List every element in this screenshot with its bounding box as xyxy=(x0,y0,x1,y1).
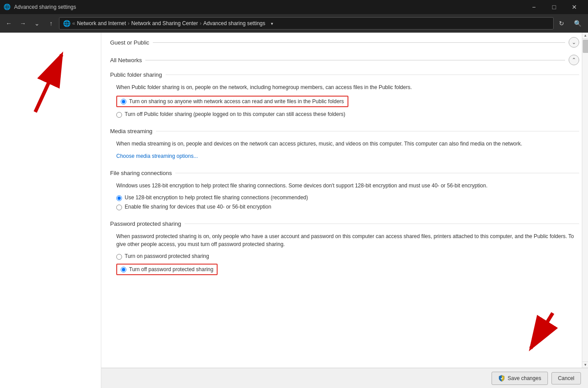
main-window: Guest or Public ⌄ All Networks ⌃ Public … xyxy=(0,33,588,388)
public-folder-section: Public folder sharing When Public folder… xyxy=(110,68,579,119)
all-networks-toggle[interactable]: ⌃ xyxy=(569,55,579,65)
maximize-button[interactable]: □ xyxy=(544,0,564,14)
file-sharing-title: File sharing connections xyxy=(110,170,172,176)
password-sharing-option2-label[interactable]: Turn off password protected sharing xyxy=(116,264,218,275)
breadcrumb-separator1: « xyxy=(72,20,75,26)
shield-icon xyxy=(498,375,505,382)
file-sharing-option1-text: Use 128-bit encryption to help protect f… xyxy=(125,194,308,201)
title-bar-left: 🌐 Advanced sharing settings xyxy=(4,4,76,11)
scrollbar-up-arrow[interactable]: ▲ xyxy=(582,33,588,39)
password-sharing-option1-row[interactable]: Turn on password protected sharing xyxy=(110,252,579,261)
globe-icon: 🌐 xyxy=(63,20,70,27)
public-folder-option2-text: Turn off Public folder sharing (people l… xyxy=(125,111,345,117)
back-button[interactable]: ← xyxy=(3,17,15,30)
forward-button[interactable]: → xyxy=(17,17,29,30)
guest-public-section-header: Guest or Public ⌄ xyxy=(110,33,579,50)
save-changes-button[interactable]: Save changes xyxy=(492,372,548,385)
refresh-button[interactable]: ↻ xyxy=(555,17,568,30)
title-bar: 🌐 Advanced sharing settings − □ ✕ xyxy=(0,0,588,14)
address-bar: ← → ⌄ ↑ 🌐 « Network and Internet › Netwo… xyxy=(0,14,588,33)
password-sharing-option1-text: Turn on password protected sharing xyxy=(125,253,209,259)
search-button[interactable]: 🔍 xyxy=(570,17,585,30)
media-streaming-title: Media streaming xyxy=(110,128,152,134)
file-sharing-radio1[interactable] xyxy=(116,195,122,201)
file-sharing-description: Windows uses 128-bit encryption to help … xyxy=(110,182,579,190)
file-sharing-option1-row[interactable]: Use 128-bit encryption to help protect f… xyxy=(110,193,579,202)
public-folder-title-row: Public folder sharing xyxy=(110,68,579,80)
file-sharing-option2-text: Enable file sharing for devices that use… xyxy=(125,204,271,210)
left-panel xyxy=(0,33,101,388)
annotation-arrow-up xyxy=(9,41,79,121)
password-sharing-description: When password protected sharing is on, o… xyxy=(110,232,579,248)
guest-public-label: Guest or Public xyxy=(110,39,149,46)
window-title: Advanced sharing settings xyxy=(14,4,76,10)
password-sharing-radio2[interactable] xyxy=(121,267,126,272)
address-input[interactable]: 🌐 « Network and Internet › Network and S… xyxy=(59,17,554,30)
breadcrumb-item-3[interactable]: Advanced sharing settings xyxy=(203,20,266,26)
breadcrumb-sep-2: › xyxy=(200,20,202,26)
address-dropdown-button[interactable]: ▾ xyxy=(267,17,277,30)
media-streaming-section: Media streaming When media streaming is … xyxy=(110,124,579,161)
all-networks-line xyxy=(145,60,565,60)
public-folder-title-line xyxy=(166,75,579,75)
guest-public-line xyxy=(153,42,565,43)
file-sharing-radio2[interactable] xyxy=(116,205,122,210)
save-changes-label: Save changes xyxy=(508,375,541,381)
guest-public-toggle[interactable]: ⌄ xyxy=(569,37,579,48)
breadcrumb-item-1[interactable]: Network and Internet xyxy=(77,20,126,26)
media-streaming-link[interactable]: Choose media streaming options... xyxy=(110,153,198,159)
file-sharing-section: File sharing connections Windows uses 12… xyxy=(110,166,579,212)
all-networks-label: All Networks xyxy=(110,57,142,63)
app-icon: 🌐 xyxy=(4,4,11,11)
public-folder-title: Public folder sharing xyxy=(110,71,162,78)
content-scroll: Guest or Public ⌄ All Networks ⌃ Public … xyxy=(101,33,588,313)
up-button[interactable]: ↑ xyxy=(45,17,57,30)
breadcrumb-item-2[interactable]: Network and Sharing Center xyxy=(131,20,198,26)
recent-button[interactable]: ⌄ xyxy=(31,17,43,30)
bottom-bar: Save changes Cancel xyxy=(101,368,588,388)
password-sharing-radio1[interactable] xyxy=(116,254,122,260)
window-controls: − □ ✕ xyxy=(524,0,584,14)
scrollbar-down-arrow[interactable]: ▼ xyxy=(582,362,588,368)
file-sharing-title-line xyxy=(175,173,579,173)
svg-line-3 xyxy=(531,313,553,348)
public-folder-radio1[interactable] xyxy=(121,99,126,104)
password-sharing-title: Password protected sharing xyxy=(110,220,181,227)
public-folder-description: When Public folder sharing is on, people… xyxy=(110,83,579,91)
breadcrumb-sep-1: › xyxy=(128,20,129,26)
annotation-arrow-down xyxy=(518,309,579,362)
cancel-button[interactable]: Cancel xyxy=(551,372,581,384)
password-sharing-title-line xyxy=(185,224,579,224)
password-sharing-option2-text: Turn off password protected sharing xyxy=(129,266,213,272)
public-folder-option1-text: Turn on sharing so anyone with network a… xyxy=(129,98,344,104)
svg-line-1 xyxy=(35,55,62,112)
minimize-button[interactable]: − xyxy=(524,0,544,14)
media-streaming-title-row: Media streaming xyxy=(110,124,579,136)
scrollbar-thumb[interactable] xyxy=(583,40,588,53)
content-area: Guest or Public ⌄ All Networks ⌃ Public … xyxy=(101,33,588,388)
password-sharing-title-row: Password protected sharing xyxy=(110,217,579,229)
media-streaming-title-line xyxy=(156,131,579,131)
media-streaming-description: When media streaming is on, people and d… xyxy=(110,140,579,148)
password-sharing-section: Password protected sharing When password… xyxy=(110,217,579,276)
file-sharing-title-row: File sharing connections xyxy=(110,166,579,178)
breadcrumb-path: Network and Internet › Network and Shari… xyxy=(77,20,266,26)
all-networks-section-header: All Networks ⌃ xyxy=(110,50,579,68)
file-sharing-option2-row[interactable]: Enable file sharing for devices that use… xyxy=(110,202,579,212)
public-folder-radio2[interactable] xyxy=(116,112,122,118)
public-folder-option2-row[interactable]: Turn off Public folder sharing (people l… xyxy=(110,110,579,119)
close-button[interactable]: ✕ xyxy=(564,0,584,14)
public-folder-option1-label[interactable]: Turn on sharing so anyone with network a… xyxy=(116,96,348,107)
